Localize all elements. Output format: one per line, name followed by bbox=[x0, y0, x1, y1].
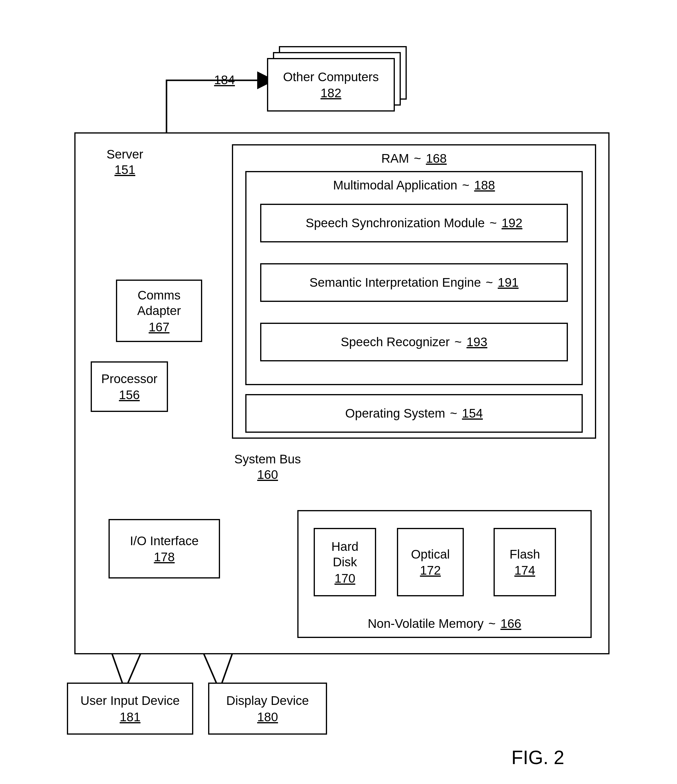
hdd-box: HardDisk 170 bbox=[314, 528, 376, 596]
processor-box: Processor 156 bbox=[91, 361, 168, 412]
nvmem-num: 166 bbox=[500, 616, 521, 631]
flash-label: Flash bbox=[509, 547, 540, 562]
hdd-label: HardDisk bbox=[331, 539, 358, 570]
display-box: Display Device 180 bbox=[208, 683, 327, 735]
net-link-label: 184 bbox=[207, 73, 242, 87]
io-label: I/O Interface bbox=[130, 533, 199, 549]
multimodal-header: Multimodal Application ~ 188 bbox=[333, 178, 495, 193]
processor-num: 156 bbox=[119, 388, 140, 402]
comms-box: CommsAdapter 167 bbox=[116, 280, 202, 342]
ram-label: RAM bbox=[382, 151, 409, 166]
multimodal-label: Multimodal Application bbox=[333, 178, 457, 193]
ram-header: RAM ~ 168 bbox=[382, 151, 447, 166]
ram-num: 168 bbox=[426, 151, 447, 166]
optical-num: 172 bbox=[420, 563, 441, 577]
server-label-block: Server 151 bbox=[95, 147, 155, 177]
other-computers-label: Other Computers bbox=[283, 69, 379, 85]
rec-box: Speech Recognizer ~ 193 bbox=[260, 323, 568, 361]
rec-num: 193 bbox=[466, 335, 487, 349]
sync-label: Speech Synchronization Module bbox=[306, 216, 484, 230]
comms-label: CommsAdapter bbox=[137, 288, 181, 319]
sem-box: Semantic Interpretation Engine ~ 191 bbox=[260, 263, 568, 302]
uid-box: User Input Device 181 bbox=[67, 683, 193, 735]
rec-header: Speech Recognizer ~ 193 bbox=[341, 335, 487, 349]
display-num: 180 bbox=[257, 710, 278, 724]
processor-label: Processor bbox=[101, 371, 157, 387]
optical-box: Optical 172 bbox=[397, 528, 464, 596]
os-num: 154 bbox=[462, 406, 483, 420]
uid-num: 181 bbox=[120, 710, 140, 724]
display-label: Display Device bbox=[226, 693, 309, 709]
system-bus-label-block: System Bus 160 bbox=[226, 452, 309, 482]
nvmem-header: Non-Volatile Memory ~ 166 bbox=[368, 616, 521, 631]
server-num: 151 bbox=[95, 163, 155, 177]
comms-num: 167 bbox=[149, 320, 169, 334]
sync-box: Speech Synchronization Module ~ 192 bbox=[260, 204, 568, 243]
multimodal-num: 188 bbox=[474, 178, 495, 193]
system-bus-num: 160 bbox=[226, 468, 309, 482]
io-num: 178 bbox=[154, 550, 174, 564]
io-box: I/O Interface 178 bbox=[109, 519, 220, 579]
sync-header: Speech Synchronization Module ~ 192 bbox=[306, 216, 522, 230]
os-box: Operating System ~ 154 bbox=[245, 394, 583, 433]
sync-num: 192 bbox=[502, 216, 522, 230]
hdd-num: 170 bbox=[334, 571, 355, 586]
server-label: Server bbox=[95, 147, 155, 162]
os-label: Operating System bbox=[345, 406, 445, 420]
flash-box: Flash 174 bbox=[494, 528, 556, 596]
sem-label: Semantic Interpretation Engine bbox=[309, 275, 481, 290]
system-bus-label: System Bus bbox=[226, 452, 309, 467]
flash-num: 174 bbox=[514, 563, 535, 577]
nvmem-label: Non-Volatile Memory bbox=[368, 616, 484, 631]
rec-label: Speech Recognizer bbox=[341, 335, 450, 349]
os-header: Operating System ~ 154 bbox=[345, 406, 483, 420]
sem-num: 191 bbox=[498, 275, 519, 290]
sem-header: Semantic Interpretation Engine ~ 191 bbox=[309, 275, 519, 290]
figure-label: FIG. 2 bbox=[511, 747, 564, 768]
other-computers-box: Other Computers 182 bbox=[267, 58, 395, 112]
other-computers-num: 182 bbox=[320, 86, 341, 100]
net-link-num: 184 bbox=[214, 73, 235, 87]
uid-label: User Input Device bbox=[81, 693, 180, 709]
optical-label: Optical bbox=[411, 547, 450, 562]
